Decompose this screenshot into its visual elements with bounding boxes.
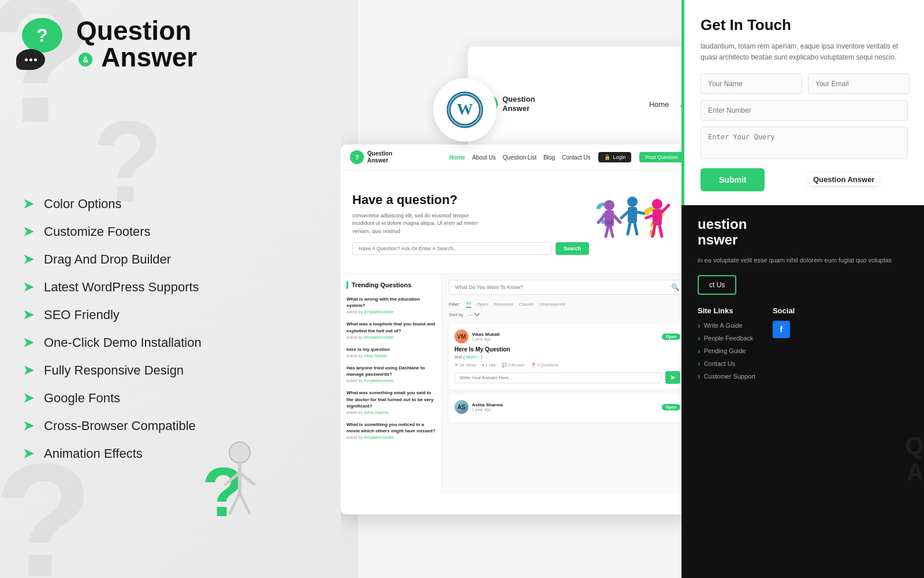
contact-submit-button[interactable]: Submit <box>701 168 765 191</box>
q-badge-1: Open <box>662 334 680 340</box>
right-panel: Get In Touch laudantium, totam rem aperi… <box>681 0 924 578</box>
main-login-button[interactable]: 🔒 Login <box>598 152 631 162</box>
contact-form-row2 <box>701 100 908 121</box>
footer-brand-name: uestion nswer <box>698 217 908 247</box>
wordpress-logo: W <box>433 78 497 142</box>
feature-text-3: Latest WordPress Supports <box>44 280 199 295</box>
main-logo: ? Question Answer <box>350 150 392 164</box>
footer-contact-button[interactable]: ct Us <box>698 275 736 295</box>
logo-amp: & <box>79 53 92 66</box>
tq-by-2: asked by templatemonster <box>346 335 435 339</box>
feature-item-0: ➤ Color Options <box>23 197 202 212</box>
contact-email-input[interactable] <box>808 73 910 94</box>
footer-bg-text: QA <box>905 432 924 486</box>
main-browser: ? Question Answer Home About Us Question… <box>341 144 693 514</box>
filter-closed[interactable]: Closed <box>519 302 534 307</box>
back-nav-home[interactable]: Home <box>649 100 669 109</box>
feature-text-6: Fully Responsive Design <box>44 363 184 378</box>
main-nav-contact[interactable]: Contact Us <box>562 154 590 161</box>
figure-3d: ? <box>185 424 266 555</box>
trending-q-1: What is wrong with the education system?… <box>346 296 435 314</box>
filter-unanswered[interactable]: Unanswered <box>539 302 565 307</box>
svg-text:W: W <box>457 100 473 118</box>
main-nav-qlist[interactable]: Question List <box>503 154 536 161</box>
contact-form: Get In Touch laudantium, totam rem aperi… <box>681 0 924 205</box>
feature-text-5: One-Click Demo Installation <box>44 335 202 350</box>
filter-bar: Filter: All Open Resolved Closed Unanswe… <box>449 301 686 308</box>
tq-text-3: here is my question <box>346 346 435 353</box>
footer-link-feedback[interactable]: People Feedback <box>698 334 755 343</box>
sort-select[interactable]: — <box>465 312 482 318</box>
hero-search-input[interactable] <box>352 242 552 255</box>
q-time-2: 1 year ago <box>472 407 658 412</box>
filter-open[interactable]: Open <box>477 302 489 307</box>
main-nav-home[interactable]: Home <box>449 154 465 161</box>
main-browser-nav: ? Question Answer Home About Us Question… <box>341 144 693 171</box>
logo-title-line1: Question <box>76 17 197 44</box>
feature-item-5: ➤ One-Click Demo Installation <box>23 335 202 350</box>
questions-main: 🔍 Filter: All Open Resolved Closed Unans… <box>442 274 693 493</box>
q-answers-1: 💬 0 Answer <box>502 363 525 368</box>
main-nav-blog[interactable]: Blog <box>543 154 555 161</box>
feature-item-9: ➤ Animation Effects <box>23 446 202 461</box>
q-avatar-1: VM <box>454 329 468 343</box>
footer-section: QA uestion nswer in ea voluptate velit e… <box>681 205 924 578</box>
filter-all[interactable]: All <box>466 301 471 308</box>
facebook-icon[interactable]: f <box>773 321 790 338</box>
hero-section: Have a question? consectetur adipiscing … <box>341 171 693 273</box>
footer-site-links: Site Links Write A Guide People Feedback… <box>698 306 755 384</box>
hero-desc: consectetur adipiscing elit, sed do eius… <box>352 212 479 236</box>
trending-q-3: here is my question asked by Vikas Mukat… <box>346 346 435 358</box>
q-badge-2: Open <box>662 404 680 410</box>
trending-q-2: What was a loophole that you found and e… <box>346 321 435 339</box>
filter-label: Filter: <box>449 302 460 307</box>
arrow-icon-2: ➤ <box>23 252 33 267</box>
tq-by-5: asked by astha sharma <box>346 410 435 414</box>
feature-item-8: ➤ Cross-Browser Compatible <box>23 418 202 433</box>
feature-item-1: ➤ Customize Footers <box>23 224 202 239</box>
hero-illustration: ? ? <box>589 183 681 264</box>
main-post-question-button[interactable]: Post Question <box>639 152 684 162</box>
q-card-header-2: AS Astha Sharma 1 year ago Open <box>454 400 680 414</box>
hero-search-button[interactable]: Search <box>556 242 589 255</box>
contact-name-input[interactable] <box>701 73 802 94</box>
logo-area: ? Question & Answer <box>16 17 197 71</box>
logo-q-mark: ? <box>36 25 48 46</box>
footer-link-pending[interactable]: Pending Guide <box>698 346 755 355</box>
svg-point-12 <box>604 200 614 210</box>
feature-item-7: ➤ Google Fonts <box>23 391 202 406</box>
q-avatar-2: AS <box>454 400 468 414</box>
trending-q-6: What is something you noticed in a movie… <box>346 421 435 439</box>
main-nav-about[interactable]: About Us <box>472 154 495 161</box>
contact-phone-input[interactable] <box>701 100 908 121</box>
svg-rect-19 <box>628 207 637 223</box>
svg-line-20 <box>621 212 628 218</box>
arrow-icon-4: ➤ <box>23 307 33 323</box>
logo-title-line2: & Answer <box>76 44 197 71</box>
feature-item-3: ➤ Latest WordPress Supports <box>23 280 202 295</box>
q-views-1: 👁 28 Views <box>454 363 476 368</box>
tq-text-5: What was something small you said to the… <box>346 390 435 409</box>
q-desc-1: test ( More › ) <box>454 354 680 360</box>
svg-point-18 <box>627 197 638 207</box>
arrow-icon-5: ➤ <box>23 335 33 350</box>
tq-text-4: Has anyone tried using Dashlane to manag… <box>346 365 435 377</box>
questions-search-input[interactable] <box>455 284 671 290</box>
feature-text-0: Color Options <box>44 197 122 212</box>
contact-form-title: Get In Touch <box>701 16 908 34</box>
filter-resolved[interactable]: Resolved <box>494 302 513 307</box>
answer-submit-1[interactable]: ➤ <box>665 371 680 384</box>
logo-icon: ? <box>16 18 68 70</box>
q-questions-1: ❓ 0 Questions <box>531 363 558 368</box>
svg-line-15 <box>614 216 620 223</box>
tq-by-3: asked by Vikas Mukati <box>346 354 435 358</box>
footer-link-support[interactable]: Customer Support <box>698 372 755 381</box>
q-meta-2: Astha Sharma 1 year ago <box>472 402 658 412</box>
footer-link-contact[interactable]: Contact Us <box>698 359 755 368</box>
tq-text-1: What is wrong with the education system? <box>346 296 435 309</box>
answer-input-1[interactable] <box>454 372 662 383</box>
sort-bar: Sort by — <box>449 312 686 318</box>
footer-link-guide[interactable]: Write A Guide <box>698 321 755 330</box>
contact-query-textarea[interactable] <box>701 127 908 159</box>
q-answer-input-1: ➤ <box>454 371 680 384</box>
